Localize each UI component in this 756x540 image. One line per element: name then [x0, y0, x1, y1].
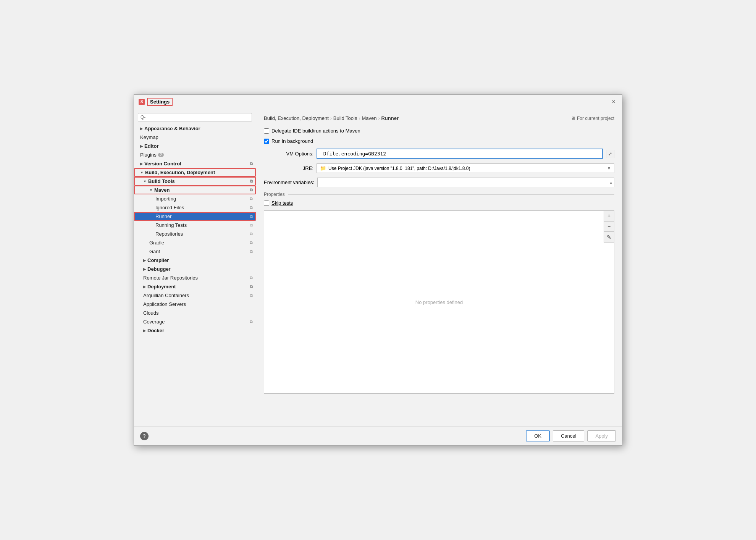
sidebar-item-clouds[interactable]: Clouds — [134, 309, 256, 317]
sidebar-item-label-editor: Editor — [144, 143, 159, 149]
breadcrumb-sep-3: › — [378, 116, 380, 121]
sidebar-item-maven[interactable]: ▼ Maven ⧉ — [134, 186, 256, 194]
footer: ? OK Cancel Apply — [134, 426, 622, 445]
sidebar-item-build-exec[interactable]: ▼ Build, Execution, Deployment — [134, 168, 256, 177]
sidebar-item-plugins[interactable]: Plugins 2 — [134, 150, 256, 159]
sidebar-item-version-control[interactable]: ▶ Version Control ⧉ — [134, 159, 256, 168]
sidebar-item-keymap[interactable]: Keymap — [134, 133, 256, 142]
sidebar-item-label-debugger: Debugger — [147, 266, 171, 272]
jre-dropdown[interactable]: 📁 Use Project JDK (java version "1.8.0_1… — [317, 163, 614, 173]
copy-icon-gradle: ⧉ — [250, 240, 253, 245]
delegate-row: Delegate IDE build/run actions to Maven — [264, 128, 614, 134]
props-add-btn[interactable]: + — [604, 210, 614, 221]
sidebar-item-gradle[interactable]: Gradle ⧉ — [134, 238, 256, 247]
sidebar-item-repositories[interactable]: Repositories ⧉ — [134, 230, 256, 238]
vm-options-label: VM Options: — [264, 151, 313, 157]
sidebar-item-runner[interactable]: Runner ⧉ — [134, 212, 256, 221]
title-bar-left: S Settings — [139, 98, 173, 106]
sidebar-item-label-app-servers: Application Servers — [143, 301, 186, 307]
help-button[interactable]: ? — [140, 432, 149, 440]
breadcrumb-part-2: Build Tools — [333, 115, 357, 121]
plugins-badge: 2 — [158, 153, 164, 157]
cancel-button[interactable]: Cancel — [553, 430, 584, 441]
sidebar-item-compiler[interactable]: ▶ Compiler — [134, 256, 256, 265]
properties-empty-text: No properties defined — [415, 299, 463, 305]
sidebar-item-gant[interactable]: Gant ⧉ — [134, 247, 256, 256]
env-vars-input[interactable] — [317, 178, 614, 187]
run-background-label[interactable]: Run in background — [264, 138, 313, 144]
props-edit-btn[interactable]: ✎ — [604, 232, 614, 243]
vm-options-input[interactable] — [317, 149, 603, 159]
expand-arrow-vc: ▶ — [140, 162, 143, 166]
apply-button[interactable]: Apply — [587, 430, 616, 441]
jre-dropdown-arrow: ▼ — [607, 166, 611, 170]
copy-icon-importing: ⧉ — [250, 196, 253, 201]
skip-tests-checkbox[interactable] — [264, 200, 269, 206]
env-vars-icon: ≡ — [610, 180, 612, 185]
properties-title-text: Properties — [264, 192, 285, 197]
sidebar-item-arquillian[interactable]: Arquillian Containers ⧉ — [134, 291, 256, 300]
expand-arrow-docker: ▶ — [143, 329, 146, 333]
expand-arrow-debugger: ▶ — [143, 267, 146, 271]
delegate-checkbox-label[interactable]: Delegate IDE build/run actions to Maven — [264, 128, 360, 134]
sidebar-item-running-tests[interactable]: Running Tests ⧉ — [134, 221, 256, 230]
sidebar-item-label-clouds: Clouds — [143, 310, 158, 316]
footer-buttons: OK Cancel Apply — [526, 430, 616, 441]
jre-folder-icon: 📁 — [320, 165, 326, 171]
skip-tests-label-text: Skip tests — [271, 200, 293, 206]
sidebar-item-coverage[interactable]: Coverage ⧉ — [134, 317, 256, 326]
sidebar-item-label-build-exec: Build, Execution, Deployment — [145, 170, 215, 175]
sidebar-item-docker[interactable]: ▶ Docker — [134, 326, 256, 335]
close-button[interactable]: × — [610, 98, 617, 106]
expand-arrow-editor: ▶ — [140, 144, 143, 148]
sidebar: ▶ Appearance & Behavior Keymap ▶ Editor … — [134, 109, 256, 426]
sidebar-item-label-running-tests: Running Tests — [155, 222, 187, 228]
sidebar-item-label-appearance: Appearance & Behavior — [144, 126, 200, 131]
sidebar-item-label-ignored-files: Ignored Files — [155, 205, 184, 210]
run-background-row: Run in background — [264, 138, 614, 144]
env-vars-row: Environment variables: ≡ — [264, 178, 614, 187]
expand-arrow-deployment: ▶ — [143, 285, 146, 289]
expand-arrow-compiler: ▶ — [143, 259, 146, 262]
sidebar-item-appearance[interactable]: ▶ Appearance & Behavior — [134, 124, 256, 133]
run-background-label-text: Run in background — [271, 138, 313, 144]
copy-icon-running-tests: ⧉ — [250, 223, 253, 228]
expand-arrow-maven: ▼ — [149, 188, 153, 192]
sidebar-item-remote-jar[interactable]: Remote Jar Repositories ⧉ — [134, 273, 256, 282]
for-current-project: 🖥 For current project — [571, 116, 614, 121]
sidebar-item-importing[interactable]: Importing ⧉ — [134, 194, 256, 203]
vm-options-expand-btn[interactable]: ⤢ — [606, 150, 614, 158]
env-vars-label: Environment variables: — [264, 179, 314, 185]
ok-button[interactable]: OK — [526, 430, 550, 441]
settings-dialog: S Settings × ▶ Appearance & Behavior Key… — [134, 94, 622, 446]
jre-row: JRE: 📁 Use Project JDK (java version "1.… — [264, 163, 614, 173]
sidebar-item-label-arquillian: Arquillian Containers — [143, 293, 189, 298]
sidebar-item-editor[interactable]: ▶ Editor — [134, 142, 256, 150]
sidebar-item-deployment[interactable]: ▶ Deployment ⧉ — [134, 282, 256, 291]
properties-buttons: + − ✎ — [604, 210, 614, 243]
sidebar-item-label-docker: Docker — [147, 328, 164, 333]
sidebar-item-debugger[interactable]: ▶ Debugger — [134, 265, 256, 273]
delegate-checkbox[interactable] — [264, 128, 269, 134]
run-background-checkbox[interactable] — [264, 139, 269, 144]
jre-value: Use Project JDK (java version "1.8.0_181… — [328, 166, 605, 171]
breadcrumb-part-1: Build, Execution, Deployment — [264, 115, 329, 121]
copy-icon-runner: ⧉ — [250, 214, 253, 219]
title-bar: S Settings × — [134, 95, 622, 109]
main-body: ▶ Appearance & Behavior Keymap ▶ Editor … — [134, 109, 622, 426]
sidebar-item-label-coverage: Coverage — [143, 319, 165, 325]
skip-tests-label[interactable]: Skip tests — [264, 200, 293, 206]
sidebar-item-label-vc: Version Control — [144, 161, 181, 167]
sidebar-item-ignored-files[interactable]: Ignored Files ⧉ — [134, 203, 256, 212]
sidebar-item-build-tools[interactable]: ▼ Build Tools ⧉ — [134, 177, 256, 186]
sidebar-item-label-build-tools: Build Tools — [148, 178, 175, 184]
search-input[interactable] — [138, 113, 252, 121]
monitor-icon: 🖥 — [571, 116, 575, 121]
props-remove-btn[interactable]: − — [604, 221, 614, 232]
sidebar-item-label-gant: Gant — [149, 249, 160, 254]
copy-icon-arquillian: ⧉ — [250, 293, 253, 298]
sidebar-item-label-plugins: Plugins — [140, 152, 157, 158]
search-bar — [134, 111, 256, 124]
expand-arrow-build-tools: ▼ — [143, 179, 147, 183]
sidebar-item-app-servers[interactable]: Application Servers — [134, 300, 256, 309]
